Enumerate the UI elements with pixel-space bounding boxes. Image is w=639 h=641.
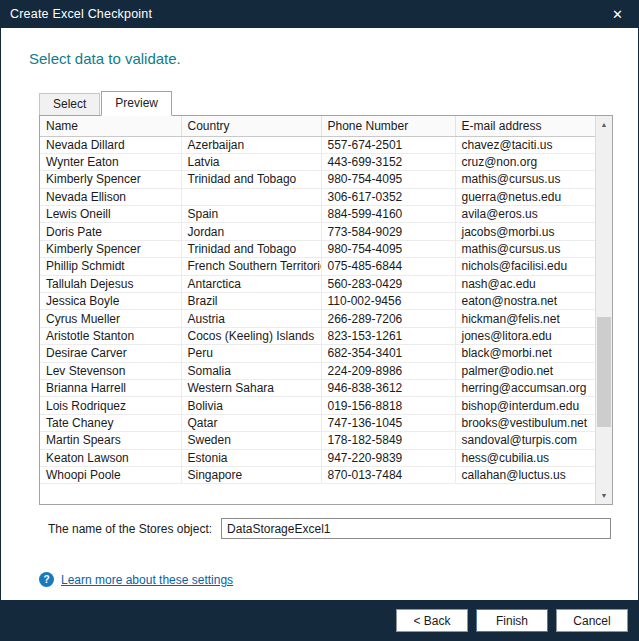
table-cell: Martin Spears (40, 432, 181, 449)
table-cell (181, 188, 321, 205)
table-cell: 947-220-9839 (321, 449, 455, 466)
tab-select[interactable]: Select (39, 93, 100, 115)
table-cell: chavez@taciti.us (455, 136, 595, 153)
table-cell: brooks@vestibulum.net (455, 414, 595, 431)
table-row[interactable]: Aristotle StantonCocos (Keeling) Islands… (40, 327, 595, 344)
table-cell: 178-182-5849 (321, 432, 455, 449)
table-cell: French Southern Territories (181, 258, 321, 275)
table-body: Nevada DillardAzerbaijan557-674-2501chav… (40, 136, 595, 484)
table-row[interactable]: Kimberly SpencerTrinidad and Tobago980-7… (40, 240, 595, 257)
table-cell: 884-599-4160 (321, 206, 455, 223)
table-row[interactable]: Lev StevensonSomalia224-209-8986palmer@o… (40, 362, 595, 379)
table-cell: Tate Chaney (40, 414, 181, 431)
table-cell: Cyrus Mueller (40, 310, 181, 327)
finish-button[interactable]: Finish (476, 609, 548, 632)
table-cell: Nevada Ellison (40, 188, 181, 205)
table-cell: Sweden (181, 432, 321, 449)
table-cell: black@morbi.net (455, 345, 595, 362)
table-cell: cruz@non.org (455, 153, 595, 170)
table-row[interactable]: Whoopi PooleSingapore870-013-7484callaha… (40, 466, 595, 483)
column-header[interactable]: Phone Number (321, 116, 455, 136)
titlebar: Create Excel Checkpoint ✕ (0, 0, 639, 28)
table-row[interactable]: Nevada DillardAzerbaijan557-674-2501chav… (40, 136, 595, 153)
scroll-up-icon[interactable]: ▲ (596, 116, 612, 133)
table-cell: Qatar (181, 414, 321, 431)
table-cell: callahan@luctus.us (455, 466, 595, 483)
table-cell: bishop@interdum.edu (455, 397, 595, 414)
table-row[interactable]: Phillip SchmidtFrench Southern Territori… (40, 258, 595, 275)
table-row[interactable]: Brianna HarrellWestern Sahara946-838-361… (40, 379, 595, 396)
table-cell: eaton@nostra.net (455, 293, 595, 310)
dialog-content: Select data to validate. Select Preview … (1, 28, 638, 600)
table-cell: Spain (181, 206, 321, 223)
table-row[interactable]: Tate ChaneyQatar747-136-1045brooks@vesti… (40, 414, 595, 431)
table-cell: Tallulah Dejesus (40, 275, 181, 292)
table-row[interactable]: Tallulah DejesusAntarctica560-283-0429na… (40, 275, 595, 292)
help-row: ? Learn more about these settings (39, 572, 233, 587)
table-row[interactable]: Jessica BoyleBrazil110-002-9456eaton@nos… (40, 293, 595, 310)
table-row[interactable]: Martin SpearsSweden178-182-5849sandoval@… (40, 432, 595, 449)
column-header[interactable]: E-mail address (455, 116, 595, 136)
close-icon[interactable]: ✕ (608, 5, 627, 24)
table-row[interactable]: Keaton LawsonEstonia947-220-9839hess@cub… (40, 449, 595, 466)
table-row[interactable]: Doris PateJordan773-584-9029jacobs@morbi… (40, 223, 595, 240)
table-cell: Jordan (181, 223, 321, 240)
window-title: Create Excel Checkpoint (10, 7, 608, 21)
table-cell: Jessica Boyle (40, 293, 181, 310)
table-header-row: NameCountryPhone NumberE-mail address (40, 116, 595, 136)
dialog-create-excel-checkpoint: Create Excel Checkpoint ✕ Select data to… (0, 0, 639, 641)
table-row[interactable]: Lois RodriquezBolivia019-156-8818bishop@… (40, 397, 595, 414)
back-button[interactable]: < Back (396, 609, 468, 632)
table-cell: 224-209-8986 (321, 362, 455, 379)
table-row[interactable]: Cyrus MuellerAustria266-289-7206hickman@… (40, 310, 595, 327)
table-cell: Whoopi Poole (40, 466, 181, 483)
table-row[interactable]: Desirae CarverPeru682-354-3401black@morb… (40, 345, 595, 362)
table-cell: 560-283-0429 (321, 275, 455, 292)
table-cell: Azerbaijan (181, 136, 321, 153)
table-cell: nichols@facilisi.edu (455, 258, 595, 275)
table-cell: Bolivia (181, 397, 321, 414)
column-header[interactable]: Country (181, 116, 321, 136)
preview-table-frame: NameCountryPhone NumberE-mail address Ne… (39, 115, 613, 505)
page-title: Select data to validate. (29, 50, 181, 67)
table-cell: Peru (181, 345, 321, 362)
table-cell: Lev Stevenson (40, 362, 181, 379)
table-cell: guerra@netus.edu (455, 188, 595, 205)
scroll-down-icon[interactable]: ▼ (596, 487, 612, 504)
stores-object-label: The name of the Stores object: (48, 522, 212, 536)
table-row[interactable]: Nevada Ellison306-617-0352guerra@netus.e… (40, 188, 595, 205)
table-row[interactable]: Lewis OneillSpain884-599-4160avila@eros.… (40, 206, 595, 223)
scrollbar-thumb[interactable] (597, 317, 611, 427)
table-cell: 266-289-7206 (321, 310, 455, 327)
table-cell: 747-136-1045 (321, 414, 455, 431)
table-cell: 019-156-8818 (321, 397, 455, 414)
tab-preview[interactable]: Preview (101, 91, 172, 116)
help-icon: ? (39, 572, 54, 587)
table-cell: Trinidad and Tobago (181, 240, 321, 257)
table-row[interactable]: Kimberly SpencerTrinidad and Tobago980-7… (40, 171, 595, 188)
column-header[interactable]: Name (40, 116, 181, 136)
table-row[interactable]: Wynter EatonLatvia443-699-3152cruz@non.o… (40, 153, 595, 170)
footer-bar: < Back Finish Cancel (0, 600, 639, 641)
scrollbar-track[interactable] (596, 133, 612, 487)
cancel-button[interactable]: Cancel (556, 609, 628, 632)
table-cell: 306-617-0352 (321, 188, 455, 205)
table-cell: 443-699-3152 (321, 153, 455, 170)
table-cell: nash@ac.edu (455, 275, 595, 292)
stores-object-row: The name of the Stores object: (48, 518, 611, 539)
table-cell: 980-754-4095 (321, 240, 455, 257)
table-cell: 870-013-7484 (321, 466, 455, 483)
table-cell: Cocos (Keeling) Islands (181, 327, 321, 344)
vertical-scrollbar[interactable]: ▲ ▼ (595, 116, 612, 504)
table-cell: Austria (181, 310, 321, 327)
table-cell: Lois Rodriquez (40, 397, 181, 414)
table-cell: Latvia (181, 153, 321, 170)
table-cell: hess@cubilia.us (455, 449, 595, 466)
table-cell: mathis@cursus.us (455, 240, 595, 257)
table-cell: jacobs@morbi.us (455, 223, 595, 240)
table-cell: 682-354-3401 (321, 345, 455, 362)
learn-more-link[interactable]: Learn more about these settings (61, 573, 233, 587)
stores-object-input[interactable] (221, 518, 611, 539)
table-cell: jones@litora.edu (455, 327, 595, 344)
data-table-wrap: NameCountryPhone NumberE-mail address Ne… (40, 116, 595, 504)
